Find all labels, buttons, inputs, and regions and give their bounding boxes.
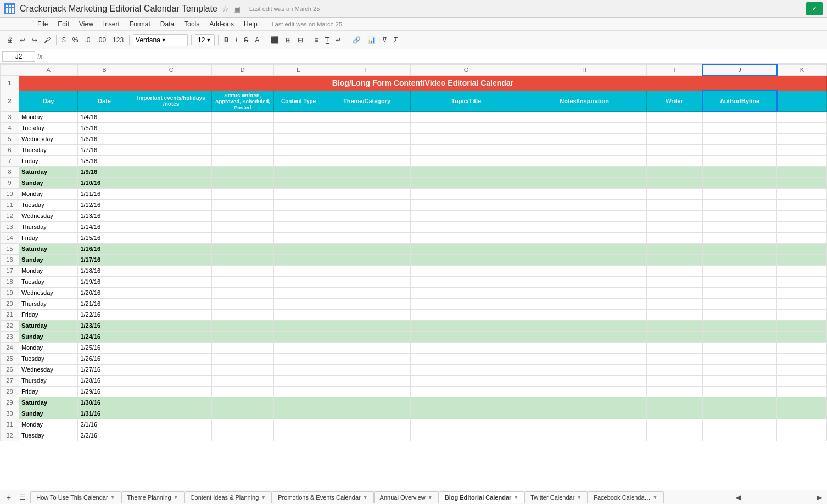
cell-empty[interactable] [273,254,323,265]
cell-empty[interactable] [211,232,273,243]
cell-empty[interactable] [410,386,522,397]
cell-empty[interactable] [323,309,410,320]
cell-empty[interactable] [522,309,646,320]
cell-empty[interactable] [410,111,522,122]
cell-empty[interactable] [323,375,410,386]
cell-empty[interactable] [410,188,522,199]
cell-empty[interactable] [410,243,522,254]
cell-day[interactable]: Monday [19,111,78,122]
cell-day[interactable]: Sunday [19,331,78,342]
cell-empty[interactable] [323,210,410,221]
cell-day[interactable]: Saturday [19,320,78,331]
cell-empty[interactable] [323,265,410,276]
cell-empty[interactable] [522,265,646,276]
cell-empty[interactable] [323,122,410,133]
cell-day[interactable]: Friday [19,309,78,320]
cell-empty[interactable] [323,331,410,342]
cell-empty[interactable] [522,221,646,232]
cell-empty[interactable] [522,210,646,221]
tab-promotions[interactable]: Promotions & Events Calendar ▼ [272,491,373,503]
cell-empty[interactable] [131,397,211,408]
cell-empty[interactable] [273,199,323,210]
cell-empty[interactable] [702,287,777,298]
cell-empty[interactable] [522,155,646,166]
cell-empty[interactable] [646,155,702,166]
cell-empty[interactable] [777,254,827,265]
cell-empty[interactable] [131,419,211,430]
cell-empty[interactable] [131,430,211,441]
cell-empty[interactable] [131,353,211,364]
cell-empty[interactable] [131,254,211,265]
cell-date[interactable]: 1/15/16 [78,232,131,243]
cell-empty[interactable] [410,342,522,353]
redo-button[interactable]: ↪ [30,35,40,45]
cell-empty[interactable] [211,331,273,342]
cell-empty[interactable] [410,375,522,386]
cell-empty[interactable] [646,331,702,342]
col-header-b[interactable]: B [78,64,131,75]
cell-date[interactable]: 1/12/16 [78,199,131,210]
cell-empty[interactable] [410,397,522,408]
cell-empty[interactable] [323,133,410,144]
cell-empty[interactable] [131,287,211,298]
col-header-f[interactable]: F [323,64,410,75]
cell-empty[interactable] [410,265,522,276]
cell-date[interactable]: 1/24/16 [78,331,131,342]
cell-empty[interactable] [323,232,410,243]
cell-empty[interactable] [702,210,777,221]
cell-empty[interactable] [522,254,646,265]
cell-empty[interactable] [646,144,702,155]
cell-empty[interactable] [522,232,646,243]
header-content-type[interactable]: Content Type [273,91,323,111]
cell-day[interactable]: Saturday [19,397,78,408]
cell-date[interactable]: 1/22/16 [78,309,131,320]
cell-empty[interactable] [211,408,273,419]
cell-empty[interactable] [522,188,646,199]
cell-empty[interactable] [273,342,323,353]
cell-empty[interactable] [273,133,323,144]
cell-empty[interactable] [646,166,702,177]
cell-empty[interactable] [273,155,323,166]
cell-empty[interactable] [323,298,410,309]
cell-empty[interactable] [777,155,827,166]
cell-empty[interactable] [323,419,410,430]
cell-empty[interactable] [522,122,646,133]
menu-view[interactable]: View [75,19,98,29]
cell-empty[interactable] [646,309,702,320]
cell-empty[interactable] [410,210,522,221]
cell-empty[interactable] [410,144,522,155]
cell-empty[interactable] [646,221,702,232]
cell-empty[interactable] [522,177,646,188]
cell-empty[interactable] [646,353,702,364]
cell-empty[interactable] [522,353,646,364]
cell-day[interactable]: Wednesday [19,210,78,221]
cell-empty[interactable] [273,430,323,441]
cell-empty[interactable] [777,199,827,210]
cell-empty[interactable] [410,133,522,144]
cell-empty[interactable] [323,386,410,397]
menu-insert[interactable]: Insert [99,19,124,29]
cell-empty[interactable] [777,232,827,243]
header-date[interactable]: Date [78,91,131,111]
cell-empty[interactable] [410,155,522,166]
cell-empty[interactable] [410,177,522,188]
cell-day[interactable]: Wednesday [19,287,78,298]
cell-empty[interactable] [131,210,211,221]
cell-empty[interactable] [211,155,273,166]
cell-empty[interactable] [777,144,827,155]
cell-date[interactable]: 1/21/16 [78,298,131,309]
cell-empty[interactable] [702,430,777,441]
header-writer[interactable]: Writer [646,91,702,111]
cell-date[interactable]: 1/30/16 [78,397,131,408]
cell-empty[interactable] [211,122,273,133]
cell-empty[interactable] [211,265,273,276]
cell-empty[interactable] [323,144,410,155]
cell-empty[interactable] [522,419,646,430]
cell-empty[interactable] [522,397,646,408]
menu-addons[interactable]: Add-ons [205,19,238,29]
cell-day[interactable]: Tuesday [19,122,78,133]
cell-empty[interactable] [273,265,323,276]
cell-empty[interactable] [702,320,777,331]
cell-empty[interactable] [702,155,777,166]
cell-day[interactable]: Friday [19,386,78,397]
